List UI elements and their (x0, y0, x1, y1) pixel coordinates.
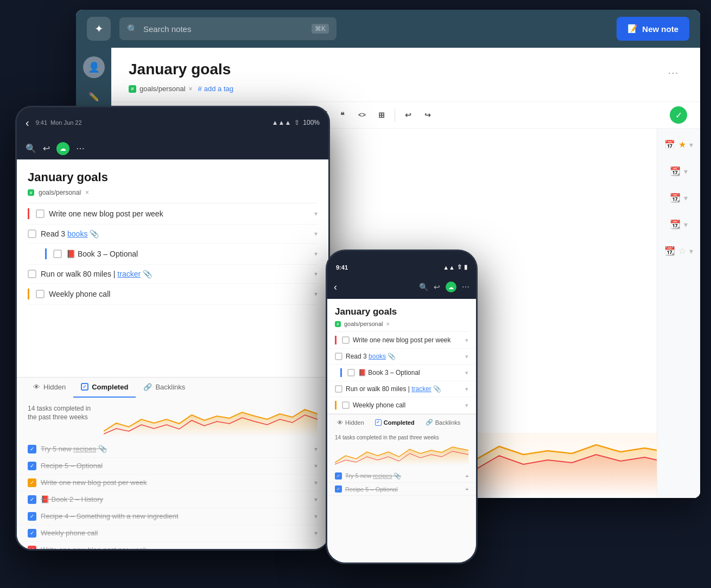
mobile-tag-close[interactable]: × (386, 321, 390, 327)
user-avatar[interactable]: 👤 (83, 56, 105, 78)
tablet-note-header: January goals # goals/personal × (17, 159, 328, 203)
tablet-tag-close[interactable]: × (85, 189, 89, 196)
task-expand-2[interactable]: ▾ (314, 230, 318, 238)
list-item: ✓ 📕 Book 2 – History ▾ (17, 491, 328, 508)
tab-backlinks[interactable]: 🔗 Backlinks (136, 378, 193, 398)
mobile-tab-hidden-label: Hidden (345, 419, 364, 426)
mobile-tag-label: goals/personal (344, 321, 383, 327)
tablet-tag-icon: # (28, 189, 34, 196)
tablet-search-button[interactable]: 🔍 (26, 143, 36, 154)
tablet-chart-svg (104, 404, 318, 437)
tablet-day: Mon Jun 22 (50, 119, 81, 126)
completed-text-3: Write one new blog post per week (41, 478, 310, 487)
mobile-expand-4[interactable]: ▾ (465, 386, 468, 393)
mobile-completed-expand-2[interactable]: ▾ (466, 486, 468, 492)
mobile-task-checkbox-5[interactable] (342, 401, 350, 409)
tab-hidden[interactable]: 👁 Hidden (26, 378, 73, 398)
mobile-task-border-red (335, 336, 337, 344)
completed-expand-7[interactable]: ▾ (314, 546, 318, 551)
code-button[interactable]: <> (353, 106, 371, 124)
sidebar-item-edit[interactable]: ✏️ (84, 87, 104, 106)
task-text-3: 📕 Book 3 – Optional (66, 250, 310, 258)
add-tag-button[interactable]: # add a tag (198, 85, 233, 93)
new-note-button[interactable]: 📝 New note (617, 17, 689, 41)
completed-expand-6[interactable]: ▾ (314, 529, 318, 537)
mobile-tabs-bar: 👁 Hidden ✓ Completed 🔗 Backlinks (327, 414, 476, 430)
task-border-blue (45, 248, 47, 259)
mobile-expand-2[interactable]: ▾ (465, 353, 468, 360)
mobile-back-button[interactable]: ‹ (334, 282, 337, 293)
star-empty-icon[interactable]: ☆ (678, 246, 686, 256)
toolbar-divider-3 (395, 108, 395, 122)
mobile-expand-3[interactable]: ▾ (465, 369, 468, 376)
check-calendar-icon-3: 📆 (670, 193, 681, 203)
tag-close-button[interactable]: × (189, 85, 193, 93)
table-row: Weekly phone call ▾ (28, 284, 318, 305)
search-bar[interactable]: 🔍 Search notes ⌘K (119, 17, 337, 40)
mobile-search-button[interactable]: 🔍 (419, 283, 428, 291)
redo-button[interactable]: ↪ (419, 106, 436, 124)
task-expand-5[interactable]: ▾ (314, 290, 318, 298)
task-expand-1[interactable]: ▾ (314, 210, 318, 218)
tablet-sync-icon: ☁ (56, 142, 69, 155)
star-filled-icon[interactable]: ★ (678, 139, 686, 150)
expand-icon-2[interactable]: ▾ (684, 167, 688, 176)
mobile-expand-5[interactable]: ▾ (465, 402, 468, 409)
tablet-chart (104, 404, 318, 437)
task-checkbox-1[interactable] (36, 209, 45, 218)
more-options-button[interactable]: ⋯ (663, 63, 683, 82)
right-panel: 📅 ★ ▾ 📆 ▾ 📆 ▾ 📆 ▾ (657, 129, 700, 498)
quote-button[interactable]: ❝ (334, 106, 351, 124)
task-expand-4[interactable]: ▾ (314, 270, 318, 278)
completed-stats-area: 14 tasks completed in the past three wee… (17, 398, 328, 441)
task-checkbox-5[interactable] (36, 290, 45, 298)
mobile-task-checkbox-2[interactable] (335, 353, 342, 360)
table-button[interactable]: ⊞ (373, 106, 390, 124)
completed-expand-1[interactable]: ▾ (314, 445, 318, 453)
completed-expand-2[interactable]: ▾ (314, 462, 318, 470)
expand-icon-3[interactable]: ▾ (684, 194, 688, 202)
task-text-1: Write one new blog post per week (49, 209, 310, 218)
task-checkbox-3[interactable] (53, 250, 62, 258)
app-logo[interactable]: ✦ (87, 17, 111, 41)
expand-icon-5[interactable]: ▾ (689, 247, 693, 255)
mobile-expand-1[interactable]: ▾ (465, 337, 468, 344)
expand-icon-4[interactable]: ▾ (684, 220, 688, 229)
completed-text-7: Write one new blog post per week (41, 546, 310, 551)
tablet-undo-button[interactable]: ↩ (43, 143, 50, 154)
tablet-back-button[interactable]: ‹ (26, 117, 29, 129)
undo-button[interactable]: ↩ (399, 106, 417, 124)
mobile-tab-hidden[interactable]: 👁 Hidden (332, 414, 370, 430)
mobile-chart (335, 444, 468, 465)
mobile-undo-button[interactable]: ↩ (434, 283, 440, 291)
mobile-task-checkbox-3[interactable] (347, 369, 355, 376)
tab-completed[interactable]: ✓ Completed (73, 378, 136, 398)
task-checkbox-4[interactable] (28, 270, 36, 278)
mobile-tab-completed[interactable]: ✓ Completed (370, 414, 420, 430)
mobile-time: 9:41 (336, 264, 348, 271)
completed-tab-icon: ✓ (81, 383, 88, 391)
mobile-completed-check-1: ✓ (335, 472, 342, 480)
completed-check-2: ✓ (28, 462, 36, 470)
task-border-red (28, 208, 29, 219)
mobile-signal-icon: ▲▲ (443, 264, 455, 271)
mobile-task-border-blue (340, 368, 342, 377)
task-checkbox-2[interactable] (28, 229, 36, 238)
task-expand-3[interactable]: ▾ (314, 250, 318, 258)
mobile-task-checkbox-4[interactable] (335, 385, 342, 393)
mobile-tab-backlinks[interactable]: 🔗 Backlinks (420, 414, 466, 430)
completed-expand-5[interactable]: ▾ (314, 513, 318, 520)
tablet-note-title: January goals (28, 170, 318, 184)
tablet-more-button[interactable]: ⋯ (76, 143, 85, 154)
tab-completed-label: Completed (92, 383, 128, 391)
tablet-wifi-icon: ⇧ (294, 119, 300, 126)
completed-expand-3[interactable]: ▾ (314, 479, 318, 487)
mobile-completed-expand-1[interactable]: ▾ (466, 473, 468, 479)
completed-stats-text: 14 tasks completed in the past three wee… (28, 404, 93, 423)
mobile-more-button[interactable]: ⋯ (462, 283, 469, 291)
expand-icon-1[interactable]: ▾ (689, 140, 693, 149)
completed-expand-4[interactable]: ▾ (314, 496, 318, 503)
mobile-backlinks-icon: 🔗 (426, 419, 433, 426)
mobile-tab-backlinks-label: Backlinks (435, 419, 460, 426)
mobile-task-checkbox-1[interactable] (342, 336, 350, 344)
